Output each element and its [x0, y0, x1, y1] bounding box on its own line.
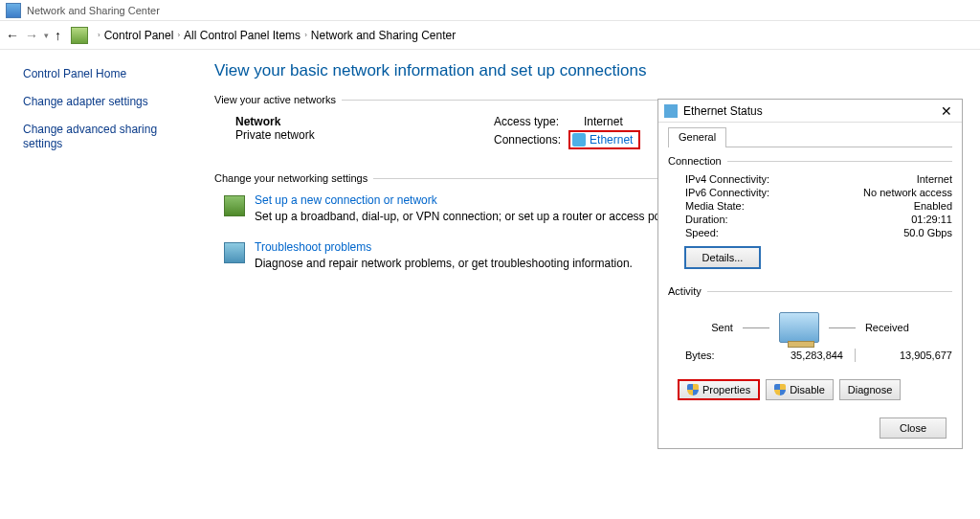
chevron-right-icon: › [98, 31, 100, 39]
up-button[interactable]: ↑ [55, 28, 61, 43]
ipv4-value: Internet [917, 173, 952, 185]
window-title-bar: Network and Sharing Center [0, 0, 980, 21]
ipv6-label: IPv6 Connectivity: [685, 187, 769, 198]
received-label: Received [865, 322, 909, 333]
page-title: View your basic network information and … [214, 61, 961, 80]
media-state-value: Enabled [914, 200, 952, 212]
history-dropdown[interactable]: ▾ [44, 31, 49, 40]
group-connection-label: Connection [668, 155, 722, 167]
shield-icon [687, 384, 699, 395]
bytes-sent-value: 35,283,844 [746, 350, 855, 361]
computers-icon [779, 312, 819, 343]
troubleshoot-icon [224, 242, 245, 263]
sidebar-link-adapter[interactable]: Change adapter settings [23, 95, 182, 109]
bytes-label: Bytes: [685, 350, 746, 361]
setup-connection-icon [224, 195, 245, 216]
ipv6-value: No network access [863, 187, 952, 198]
ethernet-status-dialog: Ethernet Status ✕ General Connection IPv… [657, 99, 963, 449]
back-button[interactable]: ← [6, 28, 19, 43]
shield-icon [774, 384, 786, 395]
control-panel-icon [71, 27, 88, 44]
troubleshoot-link[interactable]: Troubleshoot problems [255, 240, 371, 254]
speed-label: Speed: [685, 227, 719, 238]
disable-button-label: Disable [790, 384, 825, 395]
access-type-value: Internet [584, 115, 623, 128]
window-title: Network and Sharing Center [27, 5, 160, 16]
forward-button[interactable]: → [25, 28, 38, 43]
setup-connection-desc: Set up a broadband, dial-up, or VPN conn… [255, 210, 676, 223]
tab-general[interactable]: General [668, 127, 726, 147]
connections-label: Connections: [494, 133, 561, 147]
duration-label: Duration: [685, 214, 728, 225]
diagnose-button[interactable]: Diagnose [839, 379, 901, 400]
bytes-received-value: 13,905,677 [856, 350, 952, 361]
chevron-right-icon: › [304, 31, 307, 39]
troubleshoot-desc: Diagnose and repair network problems, or… [255, 257, 633, 270]
chevron-right-icon: › [177, 31, 180, 39]
dialog-tabs: General [668, 126, 952, 147]
details-button[interactable]: Details... [685, 247, 760, 268]
diagnose-button-label: Diagnose [848, 384, 892, 395]
network-adapter-icon [572, 133, 586, 147]
ethernet-connection-link[interactable]: Ethernet [568, 130, 640, 149]
breadcrumb-all-items[interactable]: All Control Panel Items [184, 29, 301, 42]
sidebar-link-home[interactable]: Control Panel Home [23, 67, 182, 81]
close-button[interactable]: ✕ [937, 103, 956, 119]
breadcrumb-network-center[interactable]: Network and Sharing Center [311, 29, 456, 42]
connection-name: Ethernet [590, 133, 633, 147]
network-adapter-icon [664, 104, 678, 118]
setup-connection-link[interactable]: Set up a new connection or network [255, 193, 437, 207]
section-heading-active: View your active networks [214, 94, 336, 105]
duration-value: 01:29:11 [911, 214, 952, 225]
close-dialog-button[interactable]: Close [880, 417, 947, 439]
group-activity-label: Activity [668, 285, 702, 297]
network-center-icon [6, 3, 21, 18]
access-type-label: Access type: [494, 115, 559, 128]
activity-visual: Sent Received [668, 312, 952, 343]
breadcrumb-control-panel[interactable]: Control Panel [104, 29, 174, 42]
section-heading-changes: Change your networking settings [214, 172, 368, 184]
sent-label: Sent [711, 322, 733, 333]
network-name: Network [235, 115, 465, 128]
nav-arrows: ← → ▾ ↑ [6, 28, 61, 43]
network-type: Private network [235, 128, 465, 142]
properties-button[interactable]: Properties [678, 379, 760, 400]
media-state-label: Media State: [685, 200, 745, 212]
dialog-title: Ethernet Status [683, 104, 937, 118]
disable-button[interactable]: Disable [766, 379, 834, 400]
sidebar-link-advanced[interactable]: Change advanced sharing settings [23, 123, 182, 151]
sidebar: Control Panel Home Change adapter settin… [0, 50, 191, 301]
nav-row: ← → ▾ ↑ › Control Panel › All Control Pa… [0, 21, 980, 50]
breadcrumb: › Control Panel › All Control Panel Item… [98, 29, 456, 42]
speed-value: 50.0 Gbps [903, 227, 952, 238]
ipv4-label: IPv4 Connectivity: [685, 173, 769, 185]
dialog-title-bar[interactable]: Ethernet Status ✕ [658, 100, 962, 123]
properties-button-label: Properties [702, 384, 750, 395]
